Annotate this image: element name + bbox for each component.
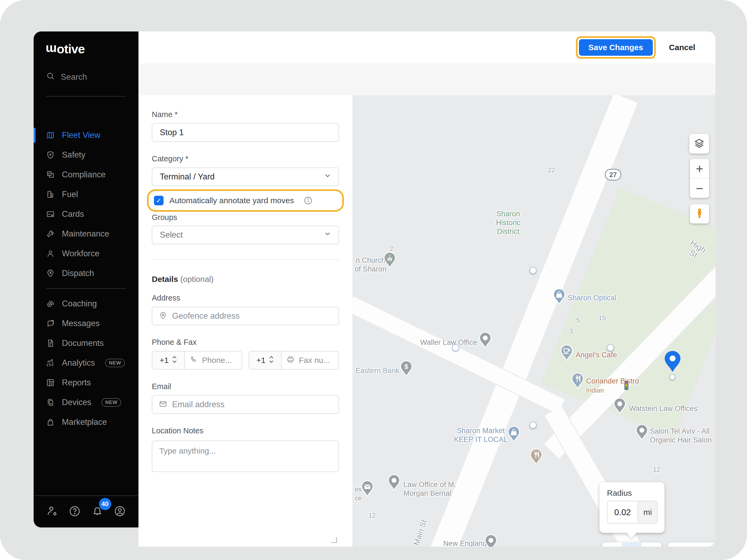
radius-unit-toggle[interactable]: mi xyxy=(638,501,657,523)
bank-pin[interactable]: $ xyxy=(400,360,413,378)
sidebar-search-label: Search xyxy=(61,72,87,82)
geofence-handle-south[interactable] xyxy=(530,422,537,429)
phone-fax-label: Phone & Fax xyxy=(152,338,339,347)
sidebar-item-safety[interactable]: Safety xyxy=(34,145,138,165)
street-view-pegman-button[interactable] xyxy=(690,204,709,223)
poi-pin[interactable] xyxy=(613,398,626,415)
sidebar-item-messages[interactable]: Messages xyxy=(34,314,138,334)
map-label: 12 xyxy=(368,511,376,520)
details-heading: Details (optional) xyxy=(152,275,339,284)
maintenance-icon xyxy=(46,229,55,239)
sidebar-item-analytics[interactable]: AnalyticsNEW xyxy=(34,353,138,373)
geofence-handle-west[interactable] xyxy=(452,344,459,351)
checkbox-highlight-ring: ✓ Automatically annotate yard moves xyxy=(147,189,344,212)
sidebar-item-devices[interactable]: DevicesNEW xyxy=(34,393,138,412)
name-input[interactable] xyxy=(152,128,339,137)
phone-field[interactable]: Phone... xyxy=(185,351,242,370)
fax-field[interactable]: Fax nu... xyxy=(282,351,339,370)
polygon-tool-button[interactable] xyxy=(642,542,661,547)
shopping-pin[interactable] xyxy=(552,288,566,306)
stepper-icon xyxy=(269,355,274,366)
address-label: Address xyxy=(152,293,339,302)
map-label: New England xyxy=(443,539,487,547)
poi-pin[interactable] xyxy=(635,424,648,442)
sidebar-item-fleet-view[interactable]: Fleet View xyxy=(34,125,138,145)
admin-settings-button[interactable] xyxy=(45,505,59,519)
map-label: Law Office of M. Morgan Bernal xyxy=(403,480,456,498)
sidebar-item-dispatch[interactable]: Dispatch xyxy=(34,264,138,283)
fax-country-select[interactable]: +1 xyxy=(249,351,282,370)
account-icon xyxy=(114,505,126,518)
sidebar-item-coaching[interactable]: Coaching xyxy=(34,294,138,314)
new-badge: NEW xyxy=(105,359,125,367)
sidebar-search[interactable]: Search xyxy=(46,72,87,83)
safety-icon xyxy=(46,150,55,160)
sidebar-item-reports[interactable]: Reports xyxy=(34,373,138,393)
question-icon xyxy=(69,505,81,518)
zoom-in-button[interactable]: + xyxy=(690,159,709,179)
geofence-handle-east[interactable] xyxy=(607,344,614,351)
traffic-light-icon xyxy=(624,380,629,391)
account-button[interactable] xyxy=(113,505,127,519)
sidebar-item-label: Dispatch xyxy=(62,269,94,278)
poi-pin[interactable] xyxy=(387,474,401,492)
map-label: Sharon Historic District xyxy=(496,210,520,236)
circle-tool-button[interactable] xyxy=(622,542,642,547)
sidebar-item-label: Reports xyxy=(62,378,91,388)
restaurant-pin[interactable] xyxy=(530,449,543,466)
geofence-handle-north[interactable] xyxy=(530,267,537,274)
sidebar-item-workforce[interactable]: Workforce xyxy=(34,244,138,264)
name-label: Name * xyxy=(152,110,339,119)
sidebar-item-marketplace[interactable]: Marketplace xyxy=(34,412,138,432)
category-select[interactable]: Terminal / Yard xyxy=(152,167,339,186)
devices-icon xyxy=(46,398,55,407)
sidebar-item-compliance[interactable]: Compliance xyxy=(34,165,138,185)
sidebar-item-label: Analytics xyxy=(62,358,95,368)
compliance-icon xyxy=(46,170,55,180)
groups-placeholder: Select xyxy=(160,230,183,240)
phone-country-select[interactable]: +1 xyxy=(152,351,185,370)
sidebar-item-maintenance[interactable]: Maintenance xyxy=(34,224,138,244)
rectangle-tool-button[interactable] xyxy=(602,542,622,547)
sidebar-item-label: Workforce xyxy=(62,249,100,259)
shopping-pin[interactable] xyxy=(507,426,520,444)
layers-button[interactable] xyxy=(689,134,709,154)
resize-grip-icon[interactable] xyxy=(331,537,337,543)
sidebar-item-documents[interactable]: Documents xyxy=(34,334,138,353)
poi-pin[interactable] xyxy=(479,332,492,349)
address-input[interactable] xyxy=(172,311,339,321)
poi-pin[interactable] xyxy=(484,534,497,547)
cancel-button[interactable]: Cancel xyxy=(668,43,697,52)
radius-input[interactable]: 0.02 xyxy=(608,501,638,523)
geofence-drag-dot[interactable] xyxy=(669,374,675,380)
zoom-out-button[interactable]: − xyxy=(690,179,709,198)
layers-icon xyxy=(693,137,705,150)
name-field-box xyxy=(152,123,339,142)
undo-button[interactable]: ↺ xyxy=(668,542,690,547)
sidebar-item-label: Messages xyxy=(62,319,100,328)
location-notes-input[interactable] xyxy=(152,441,339,472)
person-gear-icon xyxy=(46,505,58,518)
groups-select[interactable]: Select xyxy=(152,225,339,244)
info-icon[interactable] xyxy=(304,196,313,205)
yard-moves-checkbox[interactable]: ✓ xyxy=(154,196,163,205)
save-button[interactable]: Save Changes xyxy=(579,39,653,56)
post-pin[interactable] xyxy=(361,480,374,498)
workforce-icon xyxy=(46,249,55,259)
help-button[interactable] xyxy=(68,505,82,519)
sidebar-item-fuel[interactable]: Fuel xyxy=(34,185,138,204)
cafe-pin[interactable] xyxy=(560,345,573,362)
route-27-badge: 27 xyxy=(605,169,621,181)
sidebar-footer: 40 xyxy=(34,496,138,528)
geofence-center-pin[interactable] xyxy=(664,350,681,374)
sidebar-item-cards[interactable]: Cards xyxy=(34,204,138,224)
motive-logo: motive xyxy=(46,42,85,56)
email-input[interactable] xyxy=(172,400,339,409)
zoom-control: + − xyxy=(690,159,709,198)
map-label: Main St xyxy=(412,518,429,546)
church-pin[interactable] xyxy=(383,252,396,269)
restaurant-pin[interactable] xyxy=(571,373,584,390)
notifications-button[interactable]: 40 xyxy=(91,505,104,519)
map-canvas[interactable]: Sharon Historic Districtn Church of Shar… xyxy=(353,95,716,547)
redo-button[interactable]: ↻ xyxy=(690,542,712,547)
